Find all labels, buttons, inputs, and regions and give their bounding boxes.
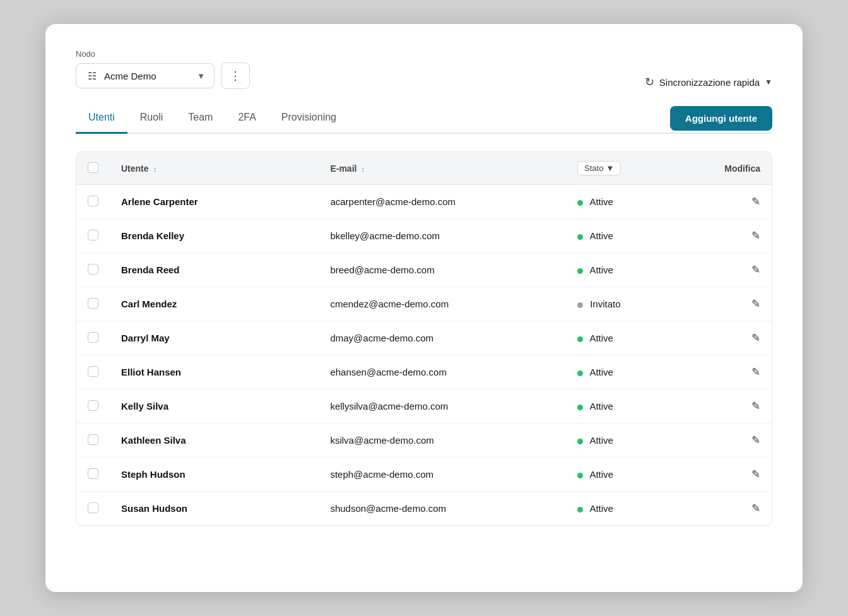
edit-icon[interactable]: ✎ <box>751 468 760 480</box>
row-status-cell: Attive <box>566 355 709 389</box>
edit-icon[interactable]: ✎ <box>751 434 760 446</box>
row-checkbox-cell <box>76 492 110 526</box>
row-checkbox-cell <box>76 355 110 389</box>
row-checkbox-cell <box>76 424 110 458</box>
status-dot-icon <box>577 302 583 308</box>
row-email-cell: dmay@acme-demo.com <box>319 321 566 355</box>
status-dot-icon <box>577 507 583 512</box>
row-edit-cell: ✎ <box>709 355 772 389</box>
row-name-cell: Arlene Carpenter <box>110 185 319 219</box>
user-email: cmendez@acme-demo.com <box>330 299 449 309</box>
tab-2fa[interactable]: 2FA <box>225 104 268 134</box>
users-table: Utente ↕ E-mail ↕ Stato ▼ Modifica <box>76 151 772 526</box>
row-edit-cell: ✎ <box>709 389 772 424</box>
row-email-cell: ksilva@acme-demo.com <box>319 424 566 458</box>
row-checkbox[interactable] <box>88 366 98 377</box>
th-email: E-mail ↕ <box>319 152 566 185</box>
user-name: Kelly Silva <box>121 401 168 412</box>
row-checkbox[interactable] <box>88 400 98 411</box>
row-edit-cell: ✎ <box>709 185 772 219</box>
edit-icon[interactable]: ✎ <box>751 230 760 242</box>
status-label: Attive <box>589 503 613 514</box>
header-top: Nodo ☷ Acme Demo ▼ ⋮ ↻ Sincronizzazione … <box>76 49 772 89</box>
stato-filter-button[interactable]: Stato ▼ <box>577 161 621 175</box>
user-email: kellysilva@acme-demo.com <box>330 401 448 412</box>
status-label: Attive <box>589 401 613 412</box>
user-name: Brenda Reed <box>121 264 180 275</box>
user-name: Arlene Carpenter <box>121 196 198 207</box>
table-row: Darryl May dmay@acme-demo.com Attive ✎ <box>76 321 772 355</box>
status-dot-icon <box>577 473 583 478</box>
user-email: ksilva@acme-demo.com <box>330 435 433 446</box>
user-email: ehansen@acme-demo.com <box>330 367 446 377</box>
edit-icon[interactable]: ✎ <box>751 366 760 378</box>
sort-email-icon[interactable]: ↕ <box>361 165 365 173</box>
status-label: Attive <box>589 264 613 275</box>
user-name: Brenda Kelley <box>121 230 184 241</box>
chevron-down-icon: ▼ <box>197 71 205 81</box>
more-options-button[interactable]: ⋮ <box>221 62 250 89</box>
status-label: Attive <box>589 435 613 446</box>
tab-provisioning[interactable]: Provisioning <box>269 104 349 134</box>
edit-icon[interactable]: ✎ <box>751 298 760 310</box>
row-status-cell: Attive <box>566 253 709 287</box>
row-email-cell: breed@acme-demo.com <box>319 253 566 287</box>
row-checkbox[interactable] <box>88 230 98 240</box>
row-checkbox[interactable] <box>88 502 98 513</box>
user-email: breed@acme-demo.com <box>330 264 434 275</box>
table-row: Kelly Silva kellysilva@acme-demo.com Att… <box>76 389 772 424</box>
node-dropdown[interactable]: ☷ Acme Demo ▼ <box>76 63 215 88</box>
row-name-cell: Kelly Silva <box>110 389 319 424</box>
row-status-cell: Attive <box>566 492 709 526</box>
row-status-cell: Attive <box>566 219 709 253</box>
row-email-cell: steph@acme-demo.com <box>319 458 566 492</box>
edit-icon[interactable]: ✎ <box>751 196 760 208</box>
row-checkbox-cell <box>76 185 110 219</box>
status-dot-icon <box>577 405 583 410</box>
status-dot-icon <box>577 370 583 376</box>
edit-icon[interactable]: ✎ <box>751 400 760 412</box>
row-checkbox[interactable] <box>88 196 98 206</box>
row-checkbox[interactable] <box>88 468 98 479</box>
edit-icon[interactable]: ✎ <box>751 264 760 276</box>
row-edit-cell: ✎ <box>709 219 772 253</box>
th-modifica: Modifica <box>709 152 772 185</box>
nodo-label: Nodo <box>76 49 250 59</box>
row-edit-cell: ✎ <box>709 458 772 492</box>
edit-icon[interactable]: ✎ <box>751 332 760 344</box>
main-window: Nodo ☷ Acme Demo ▼ ⋮ ↻ Sincronizzazione … <box>45 24 803 592</box>
th-checkbox <box>76 152 110 185</box>
sync-button[interactable]: ↻ Sincronizzazione rapida ▼ <box>645 75 772 89</box>
status-label: Attive <box>589 230 613 241</box>
user-name: Susan Hudson <box>121 503 187 514</box>
edit-icon[interactable]: ✎ <box>751 502 760 514</box>
status-label: Attive <box>589 196 613 207</box>
row-checkbox-cell <box>76 389 110 424</box>
user-name: Darryl May <box>121 333 170 343</box>
node-selector-row: ☷ Acme Demo ▼ ⋮ <box>76 62 250 89</box>
sync-label: Sincronizzazione rapida <box>659 77 760 88</box>
row-checkbox[interactable] <box>88 434 98 445</box>
add-user-button[interactable]: Aggiungi utente <box>670 106 772 131</box>
node-name-label: Acme Demo <box>104 71 156 81</box>
row-checkbox[interactable] <box>88 332 98 343</box>
tab-utenti[interactable]: Utenti <box>76 104 127 134</box>
row-status-cell: Attive <box>566 321 709 355</box>
row-checkbox-cell <box>76 219 110 253</box>
tab-ruoli[interactable]: Ruoli <box>127 104 175 134</box>
table-row: Elliot Hansen ehansen@acme-demo.com Atti… <box>76 355 772 389</box>
sort-utente-icon[interactable]: ↕ <box>153 165 156 173</box>
table-header-row: Utente ↕ E-mail ↕ Stato ▼ Modifica <box>76 152 772 185</box>
status-label: Attive <box>589 333 613 343</box>
row-name-cell: Kathleen Silva <box>110 424 319 458</box>
user-name: Steph Hudson <box>121 469 186 480</box>
row-name-cell: Elliot Hansen <box>110 355 319 389</box>
tabs-row: Utenti Ruoli Team 2FA Provisioning Aggiu… <box>76 104 772 134</box>
select-all-checkbox[interactable] <box>88 162 98 173</box>
status-dot-icon <box>577 268 583 274</box>
row-checkbox[interactable] <box>88 298 98 309</box>
row-status-cell: Attive <box>566 185 709 219</box>
row-checkbox[interactable] <box>88 264 98 275</box>
tab-team[interactable]: Team <box>175 104 225 134</box>
row-name-cell: Carl Mendez <box>110 287 319 321</box>
